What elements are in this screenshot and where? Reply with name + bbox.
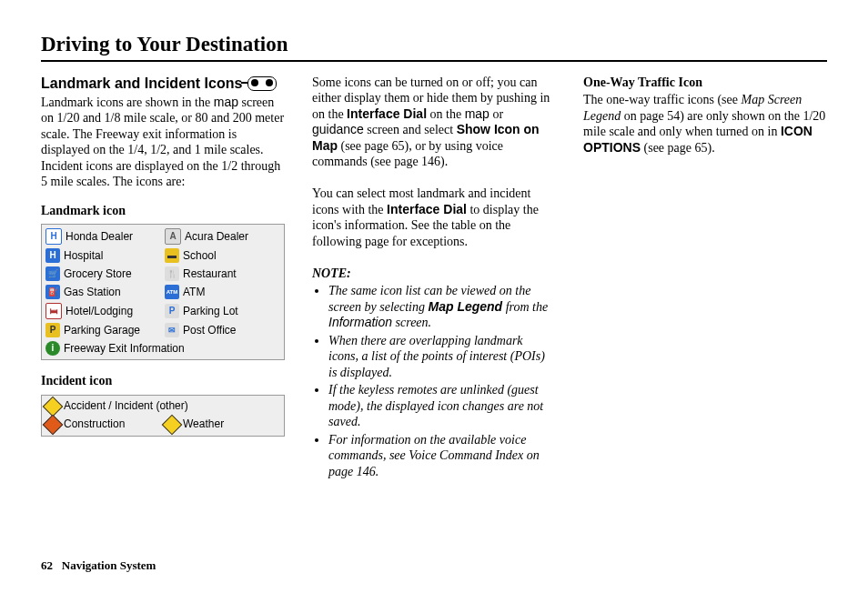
col2-para2: You can select most landmark and inciden…	[312, 186, 556, 249]
table-row: 🛒Grocery Store🍴Restaurant	[44, 265, 282, 283]
icon-cell: ATMATM	[163, 283, 282, 301]
note-label: NOTE:	[312, 266, 556, 282]
icon-label: Parking Garage	[64, 324, 140, 337]
table-row: iFreeway Exit Information	[44, 339, 282, 357]
table-row: 🛏Hotel/LodgingPParking Lot	[44, 301, 282, 321]
icon-cell: 🍴Restaurant	[163, 265, 282, 283]
icon-cell: AAcura Dealer	[163, 226, 282, 246]
icon-cell: PParking Garage	[44, 321, 163, 339]
table-row: HHospital▬School	[44, 246, 282, 265]
icon-cell: HHospital	[44, 246, 163, 265]
icon-cell: Weather	[163, 416, 282, 434]
icon-label: ATM	[183, 286, 205, 299]
accident-icon	[45, 399, 60, 414]
note-item: If the keyless remotes are unlinked (gue…	[328, 382, 556, 430]
note-item: For information on the available voice c…	[328, 432, 556, 480]
icon-cell: ✉Post Office	[163, 321, 282, 339]
icon-label: Parking Lot	[183, 305, 238, 318]
landmark-icon-heading: Landmark icon	[41, 203, 285, 219]
hospital-icon: H	[45, 248, 60, 263]
gas-icon: ⛽	[45, 285, 60, 299]
icon-label: Hospital	[64, 249, 103, 263]
icon-cell: Construction	[44, 416, 163, 434]
honda-icon: H	[45, 228, 62, 245]
incident-icon-table: Accident / Incident (other)ConstructionW…	[41, 395, 285, 437]
icon-label: Construction	[64, 417, 125, 431]
school-icon: ▬	[165, 248, 179, 263]
icon-cell: PParking Lot	[163, 301, 282, 321]
map-screen-ref: map	[214, 95, 238, 109]
page-number: 62	[41, 558, 53, 572]
icon-label: Weather	[183, 417, 224, 431]
column-2: Some icons can be turned on or off; you …	[312, 75, 556, 482]
col2-para1: Some icons can be turned on or off; you …	[312, 75, 556, 170]
icon-cell: 🛏Hotel/Lodging	[44, 301, 163, 321]
construction-icon	[45, 417, 60, 432]
icon-label: Grocery Store	[64, 267, 132, 281]
table-row: Accident / Incident (other)	[44, 397, 282, 416]
icon-label: Post Office	[183, 324, 236, 337]
landmark-icon-table: HHonda DealerAAcura DealerHHospital▬Scho…	[41, 224, 285, 360]
interface-dial-icon	[247, 76, 277, 91]
intro-paragraph: Landmark icons are shown in the map scre…	[41, 95, 285, 190]
table-row: ⛽Gas StationATMATM	[44, 283, 282, 301]
icon-label: Hotel/Lodging	[66, 305, 133, 318]
page-title: Driving to Your Destination	[41, 32, 827, 62]
restaurant-icon: 🍴	[165, 266, 179, 281]
landmark-incident-heading: Landmark and Incident Icons	[41, 75, 285, 93]
col3-para: The one-way traffic icons (see Map Scree…	[583, 92, 827, 156]
note-item: The same icon list can be viewed on the …	[328, 283, 556, 331]
table-row: ConstructionWeather	[44, 416, 282, 434]
column-1: Landmark and Incident Icons Landmark ico…	[41, 75, 285, 482]
note-list: The same icon list can be viewed on the …	[312, 283, 556, 479]
icon-label: School	[183, 249, 217, 263]
acura-icon: A	[165, 228, 181, 245]
icon-cell: HHonda Dealer	[44, 226, 163, 246]
column-3: One-Way Traffic Icon The one-way traffic…	[583, 75, 827, 482]
freeway-icon: i	[45, 341, 60, 356]
icon-cell: ▬School	[163, 246, 282, 265]
icon-label: Restaurant	[183, 267, 237, 281]
post-icon: ✉	[165, 323, 179, 337]
icon-cell: Accident / Incident (other)	[44, 397, 282, 416]
grocery-icon: 🛒	[45, 266, 60, 281]
table-row: HHonda DealerAAcura Dealer	[44, 226, 282, 246]
icon-cell: iFreeway Exit Information	[44, 339, 282, 357]
footer-section: Navigation System	[62, 558, 156, 572]
incident-icon-heading: Incident icon	[41, 373, 285, 389]
table-row: PParking Garage✉Post Office	[44, 321, 282, 339]
weather-icon	[165, 417, 179, 432]
icon-label: Honda Dealer	[66, 230, 133, 244]
content-columns: Landmark and Incident Icons Landmark ico…	[41, 75, 827, 482]
page-footer: 62 Navigation System	[41, 558, 156, 573]
icon-cell: ⛽Gas Station	[44, 283, 163, 301]
hotel-icon: 🛏	[45, 303, 62, 319]
icon-label: Accident / Incident (other)	[64, 399, 188, 413]
icon-label: Gas Station	[64, 286, 121, 299]
heading-text: Landmark and Incident Icons	[41, 75, 242, 93]
garage-icon: P	[45, 323, 60, 337]
icon-cell: 🛒Grocery Store	[44, 265, 163, 283]
one-way-heading: One-Way Traffic Icon	[583, 75, 827, 91]
parkinglot-icon: P	[165, 304, 179, 318]
icon-label: Freeway Exit Information	[64, 342, 185, 356]
atm-icon: ATM	[165, 285, 179, 299]
note-item: When there are overlapping landmark icon…	[328, 333, 556, 381]
icon-label: Acura Dealer	[185, 230, 248, 244]
